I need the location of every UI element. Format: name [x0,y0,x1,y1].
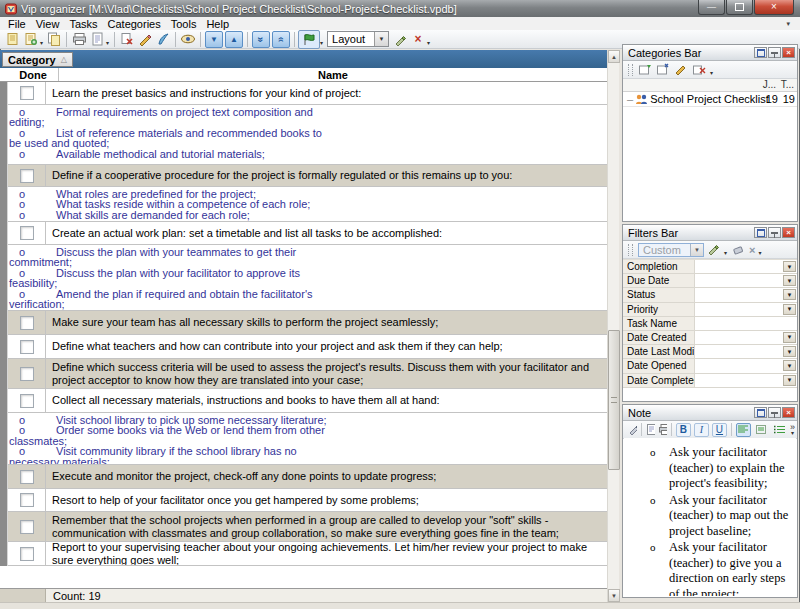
task-checkbox[interactable] [20,169,34,183]
collapse-all-button[interactable]: » [272,31,290,48]
duplicate-task-button[interactable] [45,31,63,48]
panel-pin-button[interactable] [768,227,781,238]
task-checkbox[interactable] [20,367,34,381]
group-by-category-button[interactable]: Category △ [2,52,73,67]
task-row[interactable]: Define what teachers and how can contrib… [8,335,607,359]
categories-toolbar-overflow-icon[interactable]: ▾ [710,69,713,76]
task-checkbox[interactable] [20,316,34,330]
task-row[interactable]: Define which success criteria will be us… [8,359,607,389]
task-checkbox[interactable] [20,340,34,354]
close-button[interactable]: × [754,0,794,15]
filter-value-cell[interactable]: ▼ [695,374,797,387]
filter-dropdown-button[interactable]: ▼ [783,261,796,272]
task-checkbox[interactable] [20,520,34,534]
panel-restore-button[interactable] [754,407,767,418]
layout-combobox-dropdown-button[interactable]: ▼ [374,32,388,46]
vertical-scrollbar[interactable]: ▲ ▼ [607,50,619,602]
toolbar-overflow-icon[interactable]: ▾ [427,39,430,46]
filter-preset-combobox[interactable]: Custom ▼ [638,243,704,257]
note-row[interactable]: oDiscuss the plan with your teammates to… [8,245,607,311]
menu-tasks[interactable]: Tasks [64,18,102,30]
tree-collapse-icon[interactable]: – [627,93,633,105]
save-filter-icon[interactable] [707,243,721,256]
task-checkbox[interactable] [20,493,34,507]
layout-combobox[interactable]: Layout ▼ [327,31,389,47]
print-button[interactable] [70,31,88,48]
filter-dropdown-button[interactable]: ▼ [783,375,796,386]
task-checkbox[interactable] [20,547,34,561]
filter-value-cell[interactable]: ▼ [695,359,797,372]
add-item-button[interactable] [22,31,40,48]
filter-dropdown-button[interactable]: ▼ [783,275,796,286]
note-toolbar-overflow[interactable]: » ▾ [790,424,795,436]
filter-value-cell[interactable] [695,317,797,330]
new-category-icon[interactable] [638,63,653,76]
filter-dropdown-button[interactable]: ▼ [783,289,796,300]
panel-close-button[interactable]: × [782,227,795,238]
menu-file[interactable]: File [3,18,31,30]
task-row[interactable]: Resort to help of your facilitator once … [8,489,607,512]
menu-view[interactable]: View [31,18,65,30]
show-notes-button[interactable] [179,31,197,48]
categories-col1-header[interactable]: J... [763,79,776,90]
filter-value-cell[interactable]: ▼ [695,260,797,273]
add-item-dropdown-icon[interactable]: ▾ [40,39,43,46]
italic-button[interactable]: I [694,423,709,437]
new-task-button[interactable] [4,31,22,48]
panel-close-button[interactable]: × [782,47,795,58]
panel-close-button[interactable]: × [782,407,795,418]
categories-col2-header[interactable]: T... [781,79,794,90]
note-content[interactable]: oAsk your facilitator (teacher) to expla… [624,438,796,596]
new-subcategory-icon[interactable] [656,63,671,76]
delete-category-icon[interactable] [692,63,707,76]
filters-toolbar-overflow-icon[interactable]: ▾ [758,249,761,256]
edit-note-icon[interactable] [628,423,637,436]
align-justify-button[interactable] [754,423,769,437]
task-checkbox[interactable] [20,226,34,240]
note-row[interactable]: oWhat roles are predefined for the proje… [8,187,607,222]
align-left-button[interactable] [736,423,751,437]
filter-value-cell[interactable]: ▼ [695,274,797,287]
task-row[interactable]: Create an actual work plan: set a timeta… [8,222,607,245]
task-checkbox[interactable] [20,470,34,484]
bold-button[interactable]: B [676,423,691,437]
menu-categories[interactable]: Categories [103,18,166,30]
remove-filter-icon[interactable]: × [749,244,755,256]
edit-category-icon[interactable] [674,63,689,76]
filter-value-cell[interactable]: ▼ [695,288,797,301]
layout-flag-dropdown-icon[interactable]: ▾ [320,39,323,46]
move-down-button[interactable]: ▼ [205,31,223,48]
menu-help[interactable]: Help [201,18,234,30]
panel-restore-button[interactable] [754,227,767,238]
scrollbar-thumb[interactable] [608,330,620,470]
filter-dropdown-button[interactable]: ▼ [783,332,796,343]
filter-value-cell[interactable]: ▼ [695,331,797,344]
print-overflow-icon[interactable]: ▾ [106,39,109,46]
task-row[interactable]: Remember that the school projects when p… [8,512,607,542]
move-up-button[interactable]: ▲ [225,31,243,48]
note-row[interactable]: oVisit school library to pick up some ne… [8,413,607,465]
task-row[interactable]: Execute and monitor the project, check-o… [8,465,607,489]
filter-dropdown-button[interactable]: ▼ [783,304,796,315]
note-row[interactable]: oFormal requirements on project text com… [8,105,607,165]
category-row[interactable]: – School Project Checklist 19 19 [623,92,797,107]
clear-filter-icon[interactable] [732,244,746,256]
insert-note-icon[interactable] [646,423,654,436]
layout-flag-button[interactable] [298,30,320,49]
print-preview-button[interactable] [88,31,106,48]
filter-dropdown-button[interactable]: ▼ [783,346,796,357]
edit-task-button[interactable] [136,31,154,48]
scroll-down-button[interactable]: ▼ [608,589,620,602]
panel-pin-button[interactable] [768,47,781,58]
edit-layout-button[interactable] [391,31,409,48]
task-checkbox[interactable] [20,86,34,100]
menu-overflow-icon[interactable]: ▾ [786,20,790,28]
underline-button[interactable]: U [712,423,727,437]
column-header-name[interactable]: Name [59,68,607,81]
task-row[interactable]: Report to your supervising teacher about… [8,542,607,566]
filter-dropdown-button[interactable]: ▼ [783,360,796,371]
save-filter-dropdown-icon[interactable]: ▾ [724,249,727,256]
task-row[interactable]: Make sure your team has all necessary sk… [8,311,607,335]
expand-all-button[interactable]: » [252,31,270,48]
toolbar-drag-handle[interactable] [628,64,633,76]
